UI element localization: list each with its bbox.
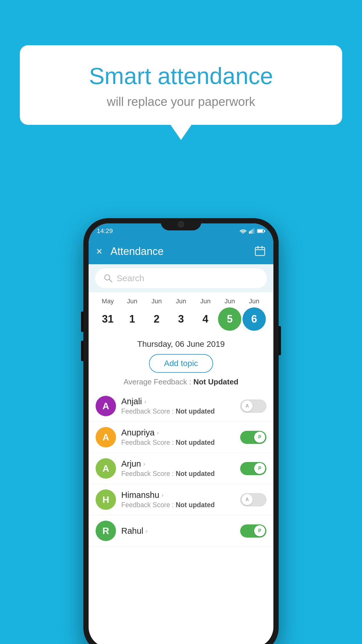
- svg-line-12: [109, 279, 112, 282]
- avatar: A: [96, 396, 116, 416]
- toggle-knob: A: [242, 400, 253, 412]
- cal-date-2[interactable]: 2: [145, 307, 168, 331]
- search-icon: [104, 274, 113, 283]
- cal-date-6[interactable]: 6: [242, 307, 266, 331]
- student-info: Anupriya › Feedback Score : Not updated: [121, 428, 235, 447]
- chevron-right-icon: ›: [144, 398, 146, 405]
- toggle-knob: P: [254, 463, 265, 474]
- toggle-off[interactable]: A: [240, 493, 266, 506]
- student-info: Himanshu › Feedback Score : Not updated: [121, 490, 235, 509]
- avatar: H: [96, 489, 116, 510]
- feedback-avg-value: Not Updated: [193, 377, 238, 386]
- cal-month-3: Jun: [169, 298, 193, 305]
- add-topic-container: Add topic: [89, 351, 273, 377]
- calendar-months: May Jun Jun Jun Jun Jun Jun: [89, 298, 273, 305]
- student-info: Rahul ›: [121, 526, 235, 536]
- app-title: Attendance: [110, 245, 254, 258]
- student-name: Arjun ›: [121, 459, 235, 469]
- toggle-knob: A: [242, 494, 253, 505]
- calendar-strip: May Jun Jun Jun Jun Jun Jun 31 1 2 3 4 5…: [89, 292, 273, 334]
- close-button[interactable]: ×: [96, 245, 102, 258]
- power-button: [279, 326, 281, 355]
- chevron-right-icon: ›: [157, 429, 159, 436]
- phone-frame: 14:29: [83, 218, 279, 644]
- cal-date-4[interactable]: 4: [194, 307, 217, 331]
- speech-bubble: Smart attendance will replace your paper…: [20, 45, 342, 125]
- cal-date-0[interactable]: 31: [96, 307, 120, 331]
- signal-icon: [249, 228, 255, 234]
- cal-month-1: Jun: [121, 298, 144, 305]
- cal-month-6: Jun: [242, 298, 266, 305]
- toggle-off[interactable]: A: [240, 400, 266, 413]
- student-feedback: Feedback Score : Not updated: [121, 470, 235, 478]
- status-time: 14:29: [97, 227, 113, 235]
- search-placeholder: Search: [117, 273, 144, 283]
- toggle-knob: P: [254, 525, 265, 536]
- student-row[interactable]: H Himanshu › Feedback Score : Not update…: [89, 484, 273, 515]
- student-info: Anjali › Feedback Score : Not updated: [121, 397, 235, 415]
- average-feedback: Average Feedback : Not Updated: [89, 377, 273, 391]
- attendance-toggle[interactable]: A: [240, 493, 266, 506]
- svg-rect-3: [253, 228, 254, 234]
- cal-month-2: Jun: [145, 298, 168, 305]
- feedback-avg-label: Average Feedback :: [124, 377, 191, 386]
- avatar: R: [96, 521, 116, 541]
- svg-rect-5: [258, 230, 263, 232]
- calendar-dates: 31 1 2 3 4 5 6: [89, 307, 273, 331]
- selected-date-label: Thursday, 06 June 2019: [89, 334, 273, 351]
- status-icons: [240, 228, 265, 234]
- cal-month-4: Jun: [194, 298, 217, 305]
- svg-rect-0: [249, 231, 250, 234]
- cal-date-3[interactable]: 3: [169, 307, 193, 331]
- student-feedback: Feedback Score : Not updated: [121, 407, 235, 415]
- student-name: Rahul ›: [121, 526, 235, 536]
- attendance-toggle[interactable]: P: [240, 462, 266, 475]
- front-camera: [178, 221, 184, 228]
- search-box[interactable]: Search: [95, 268, 267, 288]
- wifi-icon: [240, 228, 247, 234]
- app-bar: × Attendance: [89, 239, 273, 264]
- speech-bubble-subtitle: will replace your paperwork: [34, 95, 328, 109]
- attendance-toggle[interactable]: P: [240, 524, 266, 538]
- student-feedback: Feedback Score : Not updated: [121, 439, 235, 447]
- student-name: Anjali ›: [121, 397, 235, 406]
- cal-date-1[interactable]: 1: [121, 307, 144, 331]
- toggle-on[interactable]: P: [240, 431, 266, 444]
- chevron-right-icon: ›: [146, 528, 148, 534]
- svg-rect-1: [250, 230, 252, 234]
- cal-month-5: Jun: [218, 298, 241, 305]
- student-list: A Anjali › Feedback Score : Not updated …: [89, 391, 273, 547]
- cal-month-0: May: [96, 298, 120, 305]
- avatar: A: [96, 427, 116, 447]
- student-row[interactable]: A Anupriya › Feedback Score : Not update…: [89, 422, 273, 453]
- phone-notch: [161, 218, 201, 230]
- add-topic-button[interactable]: Add topic: [149, 354, 213, 373]
- chevron-right-icon: ›: [143, 461, 145, 467]
- student-row[interactable]: R Rahul › P: [89, 515, 273, 547]
- svg-rect-6: [264, 230, 265, 232]
- attendance-toggle[interactable]: A: [240, 400, 266, 413]
- student-row[interactable]: A Anjali › Feedback Score : Not updated …: [89, 391, 273, 422]
- battery-icon: [257, 229, 265, 233]
- volume-down-button: [81, 341, 83, 361]
- student-name: Himanshu ›: [121, 490, 235, 500]
- chevron-right-icon: ›: [162, 492, 164, 498]
- svg-rect-2: [252, 229, 253, 234]
- cal-date-5[interactable]: 5: [218, 307, 241, 331]
- student-name: Anupriya ›: [121, 428, 235, 438]
- toggle-on[interactable]: P: [240, 524, 266, 538]
- student-row[interactable]: A Arjun › Feedback Score : Not updated P: [89, 453, 273, 484]
- avatar: A: [96, 458, 116, 479]
- svg-rect-7: [255, 247, 265, 256]
- student-feedback: Feedback Score : Not updated: [121, 501, 235, 509]
- volume-up-button: [81, 312, 83, 332]
- toggle-on[interactable]: P: [240, 462, 266, 475]
- attendance-toggle[interactable]: P: [240, 431, 266, 444]
- phone-screen: 14:29: [89, 223, 273, 644]
- speech-bubble-title: Smart attendance: [34, 63, 328, 90]
- calendar-icon[interactable]: [254, 245, 266, 258]
- student-info: Arjun › Feedback Score : Not updated: [121, 459, 235, 478]
- search-container: Search: [89, 264, 273, 292]
- toggle-knob: P: [254, 432, 265, 443]
